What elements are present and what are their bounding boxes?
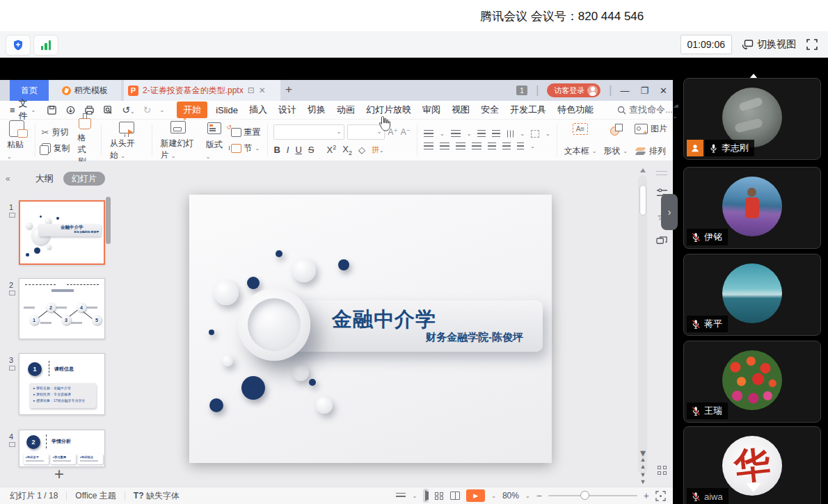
output-icon[interactable] — [65, 105, 76, 115]
switch-window-icon[interactable] — [656, 236, 667, 246]
distribute-icon[interactable] — [488, 143, 496, 150]
align-left-icon[interactable] — [424, 143, 433, 150]
collapse-sidebar-icon[interactable]: « — [6, 174, 10, 184]
add-slide-button[interactable]: + — [51, 464, 67, 484]
zoom-slider[interactable] — [548, 495, 637, 496]
tab-islide[interactable]: iSlide — [210, 103, 244, 117]
close-window-button[interactable]: ✕ — [660, 86, 667, 96]
tab-features[interactable]: 特色功能 — [552, 101, 599, 118]
tab-devtools[interactable]: 开发工具 — [504, 101, 552, 118]
expand-panel-tab[interactable]: › — [661, 194, 678, 230]
present-tab-icon[interactable]: ⊡ — [248, 86, 255, 95]
new-tab-button[interactable]: + — [285, 83, 292, 97]
previous-slide-button[interactable]: ▲▲ — [639, 456, 647, 470]
section-button[interactable]: 节 ⌄ — [231, 143, 261, 154]
missing-font-warning[interactable]: T? 缺失字体 — [134, 490, 180, 502]
format-painter-button[interactable]: 格式刷 — [76, 112, 95, 169]
task-window-grid-icon[interactable] — [658, 466, 669, 477]
scroll-participants-down-button[interactable] — [746, 483, 761, 500]
tab-outline[interactable]: 大纲 — [35, 172, 54, 185]
zoom-in-button[interactable]: + — [644, 490, 649, 501]
minimize-button[interactable]: — — [620, 86, 629, 96]
reading-view-button[interactable] — [450, 491, 460, 500]
picture-button[interactable]: 图片 — [635, 123, 667, 135]
paragraph-spacing-icon[interactable] — [517, 143, 524, 150]
undo-button[interactable]: ↺⌄ — [122, 104, 134, 115]
canvas-scrollbar[interactable] — [638, 175, 647, 474]
participant-tile[interactable]: 李志刚 — [683, 78, 821, 160]
textbox-icon-button[interactable]: A≡ — [564, 123, 597, 135]
bullet-list-icon[interactable] — [424, 130, 433, 138]
notes-icon[interactable] — [396, 493, 406, 499]
font-name-select[interactable]: ⌄ — [273, 124, 344, 140]
slide-thumbnail-4[interactable]: 2 学情分析 知识水平 学习意愿 知识特点 — [19, 430, 105, 467]
tab-security[interactable]: 安全 — [475, 101, 504, 118]
tab-docer-templates[interactable]: 稻壳模板 — [49, 80, 121, 101]
clear-format-button[interactable]: ◇ — [358, 145, 365, 155]
restore-button[interactable]: ❐ — [640, 86, 648, 96]
tab-document[interactable]: P 2-证券投资基金的类型.pptx ⊡ ✕ — [124, 80, 280, 101]
tab-insert[interactable]: 插入 — [244, 101, 273, 118]
play-slideshow-button[interactable]: ▶ — [466, 489, 485, 502]
theme-name[interactable]: Office 主题 — [75, 490, 116, 502]
normal-view-button[interactable] — [423, 489, 429, 503]
cut-button[interactable]: ✂剪切 — [42, 127, 70, 138]
numbered-list-icon[interactable] — [451, 130, 461, 138]
fit-slide-button[interactable] — [655, 491, 666, 501]
line-spacing-icon[interactable] — [502, 143, 511, 150]
find-command-search[interactable]: 查找命令... — [617, 104, 673, 116]
network-quality-button[interactable] — [33, 35, 58, 56]
quickbar-more-icon[interactable]: ⌄ — [159, 107, 164, 113]
tab-design[interactable]: 设计 — [273, 101, 302, 118]
paste-button[interactable]: 粘贴 ⌄ — [5, 119, 29, 162]
redo-button[interactable]: ↻ — [143, 104, 152, 115]
decrease-indent-icon[interactable] — [477, 130, 486, 138]
text-direction-icon[interactable] — [507, 131, 514, 138]
underline-button[interactable]: U — [295, 145, 301, 155]
close-tab-icon[interactable]: ✕ — [259, 86, 266, 95]
layout-button[interactable]: 版式 ⌄ — [204, 119, 225, 162]
next-slide-button[interactable]: ▼▼ — [639, 471, 647, 485]
reset-button[interactable]: 重置 — [231, 127, 261, 138]
save-icon[interactable] — [47, 105, 57, 115]
align-center-icon[interactable] — [440, 143, 449, 150]
tab-review[interactable]: 审阅 — [417, 101, 446, 118]
bold-button[interactable]: B — [273, 145, 280, 155]
italic-button[interactable]: I — [287, 145, 289, 155]
zoom-out-button[interactable]: − — [536, 490, 542, 501]
slide-thumbnail-1[interactable]: 金融中介学 财务金融学院-陈俊坪 — [19, 200, 105, 265]
tab-view[interactable]: 视图 — [446, 101, 475, 118]
tab-transition[interactable]: 切换 — [302, 101, 331, 118]
slide-canvas[interactable]: 金融中介学 财务金融学院-陈俊坪 — [189, 195, 552, 463]
superscript-button[interactable]: X2 — [327, 144, 337, 155]
play-from-start-button[interactable]: 从头开始 ⌄ — [108, 117, 145, 163]
align-textbox-icon[interactable] — [531, 130, 539, 138]
slide-thumbnail-2[interactable]: 1 2 3 4 5 — [19, 278, 105, 339]
strikethrough-button[interactable]: S — [308, 145, 315, 155]
align-right-icon[interactable] — [456, 143, 465, 150]
shape-button[interactable]: 形状⌄ — [603, 145, 628, 157]
decrease-font-button[interactable]: A⁻ — [401, 127, 411, 137]
fullscreen-button[interactable] — [806, 38, 818, 51]
increase-indent-icon[interactable] — [492, 130, 500, 138]
panel-drag-handle[interactable] — [656, 171, 667, 175]
print-preview-icon[interactable] — [103, 105, 113, 115]
participant-tile[interactable]: 伊铭 — [683, 167, 821, 249]
zoom-level[interactable]: 80% — [502, 491, 519, 501]
slide-sorter-view-button[interactable] — [435, 491, 444, 500]
shape-icon-button[interactable] — [603, 123, 628, 134]
participant-tile[interactable]: 蒋平 — [683, 254, 821, 336]
tab-slides[interactable]: 幻灯片 — [63, 172, 105, 186]
security-shield-button[interactable] — [6, 35, 31, 56]
guest-login-button[interactable]: 访客登录 — [547, 83, 600, 97]
pinyin-button[interactable]: 拼⌄ — [372, 145, 384, 155]
justify-icon[interactable] — [472, 143, 481, 150]
arrange-button[interactable]: 排列 — [635, 145, 667, 157]
textbox-button[interactable]: 文本框⌄ — [564, 145, 597, 157]
copy-button[interactable]: 复制 — [42, 143, 70, 154]
zoom-slider-knob[interactable] — [580, 491, 589, 500]
participant-tile[interactable]: 王瑞 — [683, 341, 821, 423]
sidebar-scrollbar[interactable] — [106, 197, 111, 244]
tab-animation[interactable]: 动画 — [331, 101, 360, 118]
scroll-up-arrow[interactable] — [640, 165, 646, 172]
